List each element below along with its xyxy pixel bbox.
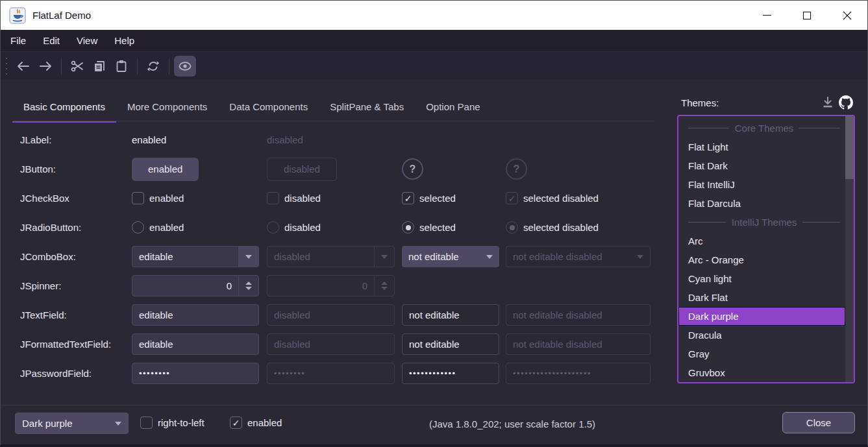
checkbox-enabled[interactable]: enabled — [132, 192, 267, 204]
theme-item-gruvbox[interactable]: Gruvbox — [678, 363, 845, 382]
row-label-jpasswordfield: JPasswordField: — [20, 368, 132, 379]
checkbox-disabled: disabled — [267, 192, 402, 204]
combobox-arrow-button[interactable] — [238, 247, 258, 267]
theme-item-dracula[interactable]: Dracula — [678, 326, 845, 344]
formatted-textfield-not-editable[interactable]: not editable — [402, 333, 499, 355]
tab-more-components[interactable]: More Components — [116, 91, 218, 121]
checkbox-checked-icon: ✓ — [402, 192, 414, 204]
spinner-buttons[interactable] — [238, 276, 258, 296]
cut-button[interactable] — [66, 56, 88, 77]
tab-data-components[interactable]: Data Components — [218, 91, 319, 121]
combobox-arrow-button[interactable] — [479, 246, 499, 267]
spinner-enabled[interactable]: 0 — [132, 275, 259, 296]
show-hidden-toggle[interactable] — [174, 56, 196, 77]
radio-selected[interactable]: selected — [402, 221, 506, 234]
textfield-not-editable[interactable]: not editable — [402, 304, 499, 326]
back-button[interactable] — [12, 56, 34, 77]
forward-arrow-icon — [39, 61, 52, 71]
theme-item-flat-intellij[interactable]: Flat IntelliJ — [678, 175, 845, 194]
toolbar-separator — [137, 58, 138, 75]
minimize-icon — [763, 15, 771, 16]
passwordfield-not-editable[interactable]: •••••••••••• — [402, 363, 499, 384]
theme-item-dark-purple[interactable]: Dark purple — [678, 307, 845, 326]
refresh-button[interactable] — [142, 56, 164, 77]
radio-icon — [132, 221, 144, 234]
combobox-not-editable[interactable]: not editable — [402, 246, 499, 267]
maximize-button[interactable] — [787, 1, 827, 30]
checkbox-checked-icon: ✓ — [230, 417, 242, 429]
spinner-down-icon — [245, 287, 252, 290]
chevron-down-icon — [486, 255, 493, 259]
bottom-bar: Dark purple right-to-left ✓ enabled (Jav… — [1, 405, 867, 444]
radio-selected-icon — [402, 221, 414, 234]
github-button[interactable] — [837, 94, 855, 111]
menu-bar: File Edit View Help — [1, 30, 867, 51]
combobox-disabled: disabled — [267, 246, 395, 267]
themes-scrollbar[interactable] — [845, 116, 854, 382]
component-showcase: JLabel: enabled disabled JButton: enable… — [20, 125, 651, 388]
app-window: FlatLaf Demo File Edit View Help — [0, 0, 868, 447]
enabled-checkbox[interactable]: ✓ enabled — [230, 417, 282, 429]
tab-bar: Basic Components More Components Data Co… — [12, 91, 655, 121]
theme-item-flat-dark[interactable]: Flat Dark — [678, 156, 845, 175]
row-label-jlabel: JLabel: — [20, 134, 132, 145]
close-button[interactable]: Close — [782, 412, 855, 433]
chevron-down-icon — [637, 255, 643, 259]
theme-group-separator: Core Themes — [678, 119, 845, 138]
theme-item-gray[interactable]: Gray — [678, 344, 845, 363]
tab-splitpane-tabs[interactable]: SplitPane & Tabs — [319, 91, 415, 121]
combobox-arrow-button[interactable] — [108, 413, 128, 433]
tab-basic-components[interactable]: Basic Components — [12, 91, 116, 121]
window-title: FlatLaf Demo — [32, 10, 91, 21]
row-label-jformattedtextfield: JFormattedTextField: — [20, 339, 132, 350]
theme-item-arc-orange[interactable]: Arc - Orange — [678, 250, 845, 269]
combobox-editable[interactable]: editable — [132, 246, 259, 267]
forward-button[interactable] — [34, 56, 56, 77]
row-label-jradiobutton: JRadioButton: — [20, 222, 132, 233]
radio-selected-icon — [506, 221, 518, 234]
spinner-down-icon — [381, 287, 388, 290]
help-button[interactable]: ? — [402, 158, 423, 180]
toolbar — [1, 51, 867, 80]
jlabel-enabled: enabled — [132, 134, 267, 145]
formatted-textfield-editable[interactable]: editable — [132, 333, 259, 355]
paste-button[interactable] — [110, 56, 132, 77]
status-text: (Java 1.8.0_202; user scale factor 1.5) — [429, 418, 595, 429]
toolbar-grip[interactable] — [4, 58, 8, 75]
combobox-not-editable-disabled: not editable disabled — [506, 246, 651, 267]
theme-item-arc[interactable]: Arc — [678, 232, 845, 250]
passwordfield-not-editable-disabled: •••••••••••••••••••• — [506, 363, 651, 384]
scrollbar-thumb[interactable] — [845, 116, 854, 179]
copy-icon — [93, 60, 106, 73]
radio-enabled[interactable]: enabled — [132, 221, 267, 234]
java-app-icon — [9, 7, 26, 24]
theme-item-flat-light[interactable]: Flat Light — [678, 138, 845, 156]
maximize-icon — [803, 12, 811, 19]
right-to-left-checkbox[interactable]: right-to-left — [140, 417, 205, 429]
textfield-editable[interactable]: editable — [132, 304, 259, 326]
menu-file[interactable]: File — [2, 30, 34, 51]
checkbox-icon — [140, 417, 153, 429]
checkbox-selected[interactable]: ✓ selected — [402, 192, 506, 204]
tab-option-pane[interactable]: Option Pane — [415, 91, 491, 121]
close-window-button[interactable] — [827, 1, 867, 30]
jbutton-enabled[interactable]: enabled — [132, 158, 199, 181]
jbutton-disabled: disabled — [267, 158, 337, 181]
formatted-textfield-not-editable-disabled: not editable disabled — [506, 333, 651, 355]
download-themes-button[interactable] — [819, 94, 837, 111]
toolbar-separator — [169, 58, 169, 75]
copy-button[interactable] — [88, 56, 110, 77]
theme-item-dark-flat[interactable]: Dark Flat — [678, 288, 845, 307]
back-arrow-icon — [17, 61, 30, 71]
theme-combobox[interactable]: Dark purple — [15, 413, 129, 434]
github-icon — [839, 95, 853, 110]
minimize-button[interactable] — [747, 1, 787, 30]
menu-help[interactable]: Help — [106, 30, 143, 51]
theme-item-cyan-light[interactable]: Cyan light — [678, 269, 845, 288]
themes-items: Core Themes Flat Light Flat Dark Flat In… — [678, 119, 845, 382]
menu-view[interactable]: View — [68, 30, 106, 51]
menu-edit[interactable]: Edit — [34, 30, 68, 51]
theme-item-flat-darcula[interactable]: Flat Darcula — [678, 194, 845, 213]
themes-label: Themes: — [681, 97, 819, 108]
passwordfield-editable[interactable]: •••••••• — [132, 363, 259, 384]
